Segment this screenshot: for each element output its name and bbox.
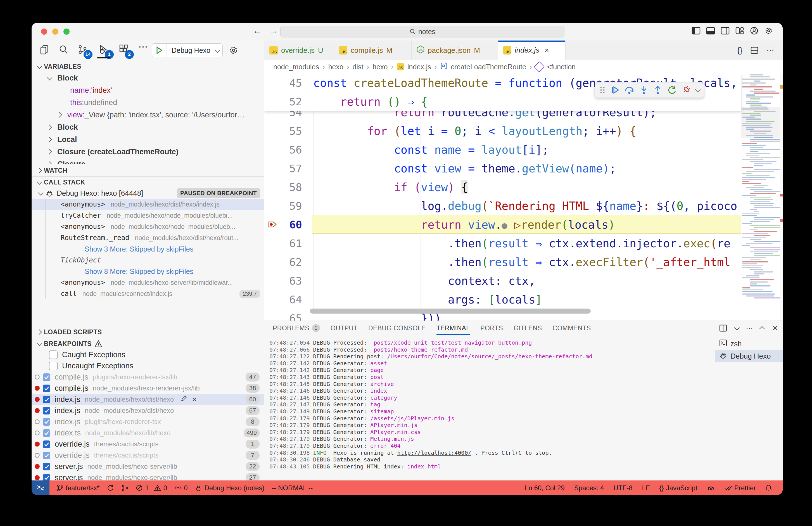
- variable-row[interactable]: Local: [32, 133, 264, 146]
- more-views-icon[interactable]: ⋯: [138, 41, 148, 52]
- variable-row[interactable]: view: _View {path: 'index.tsx', source: …: [32, 109, 264, 121]
- terminal-list-item[interactable]: zsh: [715, 338, 783, 350]
- checkbox-checked[interactable]: [43, 440, 50, 448]
- panel-tab-output[interactable]: OUTPUT: [331, 321, 358, 336]
- checkbox-checked[interactable]: [43, 373, 50, 381]
- minimize-window-button[interactable]: [52, 29, 58, 35]
- stack-frame-row[interactable]: callnode_modules/connect/index.js239:7: [32, 288, 264, 299]
- code-line[interactable]: 61 .then(result ⇒ ctx.extend.injector.ex…: [264, 234, 741, 253]
- checkbox-checked[interactable]: [43, 452, 50, 459]
- language-mode[interactable]: {}JavaScript: [659, 484, 697, 492]
- call-stack-header[interactable]: CALL STACK: [32, 176, 264, 187]
- eol[interactable]: LF: [642, 484, 650, 492]
- copilot-status[interactable]: [707, 484, 715, 492]
- variable-row[interactable]: name: 'index': [32, 84, 264, 96]
- code-line[interactable]: 56 const name = layout[i];: [264, 140, 741, 159]
- toolbar-more-icon[interactable]: [695, 87, 700, 93]
- inlay-hints-icon[interactable]: {}: [737, 46, 742, 55]
- toggle-panel-icon[interactable]: [706, 27, 715, 35]
- stack-frame-row[interactable]: Show 3 More: Skipped by skipFiles: [32, 243, 264, 255]
- breadcrumb-item[interactable]: dist: [353, 63, 364, 71]
- code-line[interactable]: 57 const view = theme.getView(name);: [264, 159, 741, 178]
- code-line[interactable]: 63 context: ctx,: [264, 271, 741, 290]
- checkbox-checked[interactable]: [43, 429, 50, 437]
- toggle-sidebar-right-icon[interactable]: [721, 27, 729, 35]
- cursor-position[interactable]: Ln 60, Col 29: [525, 484, 565, 492]
- stack-frame-row[interactable]: <anonymous>node_modules/hexo/dist/hexo/i…: [32, 199, 264, 210]
- disconnect-icon[interactable]: [679, 83, 693, 97]
- breakpoints-header[interactable]: BREAKPOINTS: [32, 338, 264, 349]
- breakpoint-row[interactable]: override.jsthemes/cactus/scripts1: [32, 439, 264, 450]
- start-debug-icon[interactable]: [152, 44, 167, 57]
- edit-breakpoint-icon[interactable]: [180, 395, 187, 402]
- editor-tab-override.js[interactable]: JSoverride.jsU: [264, 41, 334, 60]
- toolbar-drag-handle[interactable]: [599, 86, 606, 94]
- sync-status[interactable]: [107, 484, 114, 492]
- step-into-icon[interactable]: [639, 85, 649, 95]
- variable-row[interactable]: Closure: [32, 158, 264, 164]
- ports-status[interactable]: 0: [174, 484, 188, 492]
- continue-icon[interactable]: [610, 85, 620, 95]
- indentation[interactable]: Spaces: 4: [574, 484, 604, 492]
- breakpoint-row[interactable]: override.jsthemes/cactus/scripts7: [32, 450, 264, 461]
- panel-tab-gitlens[interactable]: GITLENS: [513, 321, 542, 336]
- checkbox-unchecked[interactable]: [49, 362, 58, 370]
- panel-tab-debug-console[interactable]: DEBUG CONSOLE: [368, 321, 426, 336]
- encoding[interactable]: UTF-8: [614, 484, 633, 492]
- debug-status[interactable]: Debug Hexo (notes): [195, 484, 264, 492]
- minimap-slider[interactable]: [741, 107, 780, 138]
- editor-more-actions-icon[interactable]: ⋯: [767, 46, 774, 55]
- checkbox-checked[interactable]: [43, 385, 50, 392]
- toggle-sidebar-left-icon[interactable]: [692, 27, 700, 35]
- account-icon[interactable]: [750, 27, 759, 35]
- step-out-icon[interactable]: [653, 85, 663, 95]
- breakpoint-row[interactable]: index.jsplugins/hexo-renderer-tsx8: [32, 416, 264, 427]
- breakpoint-row[interactable]: index.jsnode_modules/hexo/dist/hexo67: [32, 405, 264, 416]
- exception-toggle-row[interactable]: Caught Exceptions: [32, 349, 264, 360]
- terminal-output[interactable]: 07:48:27.054 DEBUG Processed: _posts/xco…: [270, 339, 713, 478]
- checkbox-checked[interactable]: [43, 474, 50, 481]
- branch-status[interactable]: feature/tsx*: [57, 484, 100, 492]
- loaded-scripts-header[interactable]: LOADED SCRIPTS: [32, 326, 264, 338]
- close-tab-icon[interactable]: ×: [544, 46, 549, 55]
- code-line[interactable]: 64 args: [locals]: [264, 290, 741, 309]
- editor-tab-compile.js[interactable]: JScompile.jsM: [334, 41, 411, 60]
- checkbox-checked[interactable]: [43, 396, 50, 403]
- variable-row[interactable]: Closure (createLoadThemeRoute): [32, 146, 264, 158]
- split-editor-icon[interactable]: [750, 46, 759, 54]
- terminal-list-item[interactable]: Debug Hexo: [715, 350, 783, 362]
- exception-toggle-row[interactable]: Uncaught Exceptions: [32, 360, 264, 371]
- code-line[interactable]: 62 .then(result ⇒ ctx.execFilter('_after…: [264, 253, 741, 271]
- breakpoint-row[interactable]: compile.jsnode_modules/hexo-renderer-jsx…: [32, 383, 264, 394]
- breadcrumb-file[interactable]: index.js: [407, 63, 431, 71]
- stack-frame-row[interactable]: RouteStream._readnode_modules/hexo/dist/…: [32, 232, 264, 243]
- checkbox-checked[interactable]: [43, 418, 50, 426]
- skipped-frames-link[interactable]: Show 8 More: Skipped by skipFiles: [85, 268, 193, 275]
- editor-tab-index.js[interactable]: JSindex.js×: [498, 41, 566, 60]
- command-center-search[interactable]: notes: [280, 26, 564, 38]
- code-line[interactable]: 55 for (let i = 0; i < layoutLength; i++…: [264, 122, 741, 140]
- breadcrumb-symbol[interactable]: createLoadThemeRoute: [451, 63, 526, 71]
- variables-header[interactable]: VARIABLES: [32, 61, 264, 72]
- code-line[interactable]: 59 log.debug(`Rendering HTML ${name}: ${…: [264, 197, 741, 215]
- breadcrumb-item[interactable]: node_modules: [273, 63, 319, 71]
- restart-icon[interactable]: [667, 85, 677, 95]
- explorer-icon[interactable]: [39, 44, 49, 55]
- stack-frame-row[interactable]: Show 8 More: Skipped by skipFiles: [32, 266, 264, 277]
- notifications-bell[interactable]: [765, 484, 772, 492]
- breakpoint-row[interactable]: index.tsnode_modules/hexo/lib/hexo499: [32, 427, 264, 439]
- code-editor[interactable]: 54 return routeCache.get(generatorResult…: [264, 73, 783, 321]
- debug-session-row[interactable]: Debug Hexo: hexo [64448] PAUSED ON BREAK…: [32, 187, 264, 199]
- problems-status[interactable]: 1 0: [136, 484, 167, 492]
- breadcrumbs[interactable]: node_modules›hexo›dist›hexo›JSindex.js›c…: [264, 60, 783, 73]
- debug-launch-select[interactable]: Debug Hexo: [152, 43, 223, 57]
- close-window-button[interactable]: [41, 29, 47, 35]
- watch-header[interactable]: WATCH: [32, 164, 264, 176]
- panel-tab-comments[interactable]: COMMENTS: [552, 321, 591, 336]
- layout-customize-icon[interactable]: [735, 27, 744, 35]
- stack-frame-row[interactable]: <anonymous>node_modules/hexo/node_module…: [32, 221, 264, 232]
- variable-row[interactable]: Block: [32, 72, 264, 84]
- checkbox-checked[interactable]: [43, 463, 50, 470]
- git-graph-status[interactable]: [121, 484, 129, 492]
- skipped-frames-link[interactable]: Show 3 More: Skipped by skipFiles: [85, 245, 193, 253]
